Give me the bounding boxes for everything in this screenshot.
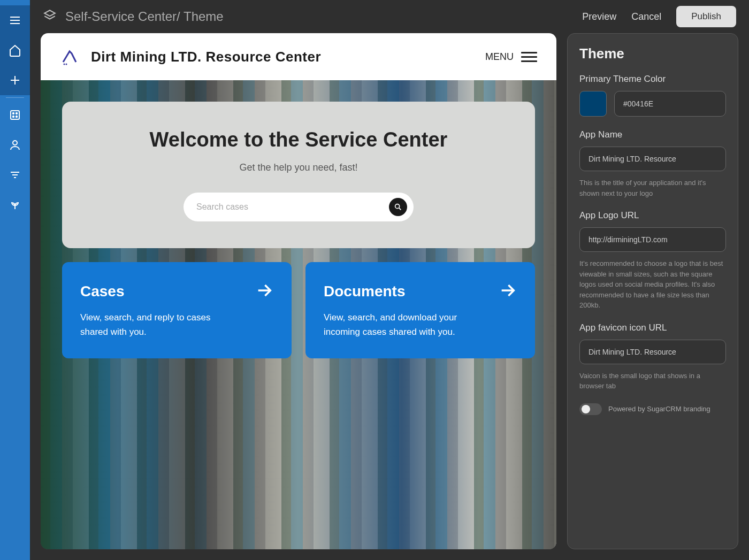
- svg-point-7: [16, 113, 17, 114]
- card-desc: View, search, and download your incoming…: [324, 310, 463, 339]
- app-name-input[interactable]: [579, 147, 726, 171]
- logo-url-label: App Logo URL: [579, 210, 726, 221]
- grid-icon: [9, 109, 21, 121]
- hero-area: Welcome to the Service Center Get the he…: [41, 80, 556, 549]
- filter-icon: [9, 168, 21, 181]
- svg-marker-14: [44, 10, 55, 16]
- search-icon: [394, 203, 402, 211]
- left-sidebar: [0, 0, 30, 560]
- arrow-right-icon: [255, 281, 273, 302]
- app-name-help: This is the title of your application an…: [579, 178, 726, 198]
- svg-rect-5: [11, 111, 19, 119]
- sidebar-filter[interactable]: [0, 160, 30, 190]
- sidebar-grow[interactable]: [0, 190, 30, 220]
- search-button[interactable]: [389, 198, 407, 216]
- home-icon: [9, 44, 21, 57]
- svg-point-9: [16, 116, 17, 117]
- logo-url-help: It's recommended to choose a logo that i…: [579, 258, 726, 311]
- sprout-icon: [9, 198, 21, 211]
- branding-label: Powered by SugarCRM branding: [608, 405, 710, 413]
- welcome-card: Welcome to the Service Center Get the he…: [62, 102, 535, 248]
- sidebar-home[interactable]: [0, 35, 30, 65]
- user-icon: [9, 139, 21, 151]
- welcome-title: Welcome to the Service Center: [89, 128, 508, 151]
- favicon-help: Vaicon is the small logo that shows in a…: [579, 371, 726, 392]
- sidebar-module-grid[interactable]: [0, 100, 30, 130]
- menu-button[interactable]: MENU: [485, 51, 537, 63]
- favicon-input[interactable]: [579, 340, 726, 364]
- svg-point-17: [395, 204, 400, 209]
- theme-settings-panel: Theme Primary Theme Color App Name This …: [567, 33, 738, 549]
- menu-icon: [521, 52, 537, 62]
- logo-url-input[interactable]: [579, 227, 726, 252]
- sidebar-divider: [6, 97, 24, 98]
- color-swatch[interactable]: [579, 91, 607, 117]
- preview-panel: Dirt Mining LTD. Resource Center MENU We…: [41, 33, 556, 549]
- card-title: Documents: [324, 283, 405, 300]
- svg-point-6: [13, 113, 14, 114]
- branding-toggle[interactable]: [579, 403, 602, 415]
- layers-icon: [43, 9, 57, 25]
- app-name-label: App Name: [579, 129, 726, 140]
- svg-point-10: [13, 141, 17, 145]
- favicon-label: App favicon icon URL: [579, 323, 726, 333]
- welcome-subtitle: Get the help you need, fast!: [89, 162, 508, 173]
- sidebar-add[interactable]: [0, 65, 30, 95]
- documents-card[interactable]: Documents View, search, and download you…: [305, 262, 535, 358]
- card-desc: View, search, and reply to cases shared …: [80, 310, 219, 339]
- arrow-right-icon: [499, 281, 517, 302]
- hamburger-icon: [9, 14, 21, 27]
- menu-label: MENU: [485, 51, 514, 63]
- preview-link[interactable]: Preview: [582, 11, 616, 22]
- sidebar-user[interactable]: [0, 130, 30, 160]
- svg-point-16: [66, 64, 67, 65]
- svg-line-18: [399, 208, 401, 210]
- publish-button[interactable]: Publish: [676, 6, 736, 27]
- plus-icon: [9, 74, 21, 87]
- preview-header: Dirt Mining LTD. Resource Center MENU: [41, 33, 556, 80]
- search-input[interactable]: [196, 202, 383, 212]
- company-logo-icon: [60, 46, 81, 67]
- search-bar: [184, 193, 414, 221]
- primary-color-label: Primary Theme Color: [579, 74, 726, 85]
- breadcrumb: Self-Service Center/ Theme: [65, 9, 574, 24]
- main-area: Self-Service Center/ Theme Preview Cance…: [30, 0, 749, 560]
- sidebar-hamburger[interactable]: [0, 5, 30, 35]
- cases-card[interactable]: Cases View, search, and reply to cases s…: [62, 262, 292, 358]
- settings-heading: Theme: [579, 45, 726, 62]
- cancel-link[interactable]: Cancel: [631, 11, 661, 22]
- topbar: Self-Service Center/ Theme Preview Cance…: [30, 0, 749, 33]
- svg-point-15: [64, 64, 65, 65]
- card-title: Cases: [80, 283, 125, 300]
- preview-title: Dirt Mining LTD. Resource Center: [91, 49, 476, 65]
- svg-point-8: [13, 116, 14, 117]
- primary-color-input[interactable]: [614, 91, 726, 117]
